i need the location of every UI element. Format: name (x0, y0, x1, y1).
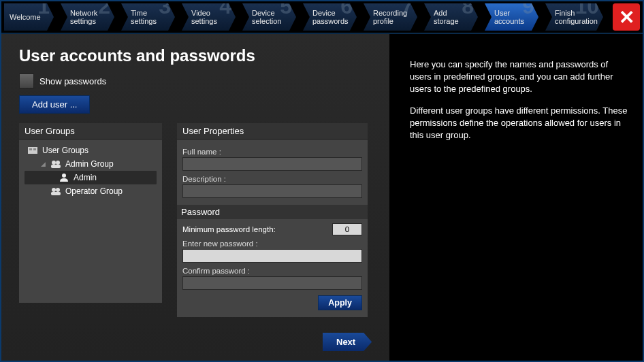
tree-root[interactable]: User Groups (25, 144, 157, 157)
svg-point-7 (52, 188, 56, 192)
tree-admin-user[interactable]: Admin (25, 171, 157, 184)
wizard-step-8[interactable]: 8Addstorage (424, 3, 478, 31)
svg-rect-9 (51, 192, 61, 195)
confirm-password-input[interactable] (182, 276, 362, 290)
wizard-step-9[interactable]: 9Useraccounts (485, 3, 538, 31)
users-group-icon (50, 186, 61, 196)
close-button[interactable]: ✕ (613, 3, 640, 31)
help-paragraph-2: Different user groups have different per… (410, 105, 628, 142)
wizard-steps-bar: 1Welcome 2Networksettings 3Timesettings … (1, 1, 643, 34)
user-icon (59, 173, 69, 182)
wizard-step-5[interactable]: 5Deviceselection (242, 3, 296, 31)
show-passwords-row: Show passwords (19, 73, 380, 88)
show-passwords-checkbox[interactable] (19, 73, 34, 88)
user-groups-panel: User Groups User Groups ◢ (19, 123, 162, 317)
show-passwords-label: Show passwords (39, 76, 106, 86)
wizard-step-1[interactable]: 1Welcome (4, 3, 54, 31)
user-groups-header: User Groups (19, 123, 162, 139)
confirm-password-label: Confirm password : (182, 267, 362, 275)
left-panel: User accounts and passwords Show passwor… (1, 34, 389, 361)
page-title: User accounts and passwords (19, 46, 380, 65)
add-user-button[interactable]: Add user ... (19, 95, 90, 114)
user-groups-tree: User Groups ◢ Admin Group (25, 144, 157, 198)
wizard-step-10[interactable]: 10Finishconfiguration (545, 3, 603, 31)
apply-button[interactable]: Apply (318, 295, 362, 310)
wizard-step-3[interactable]: 3Timesettings (121, 3, 175, 31)
description-label: Description : (182, 175, 362, 183)
close-icon: ✕ (619, 6, 634, 29)
user-properties-panel: User Properties Full name : Description … (177, 123, 368, 317)
svg-rect-5 (51, 165, 61, 168)
help-panel: Here you can specify the names and passw… (389, 34, 643, 361)
description-input[interactable] (182, 184, 362, 198)
password-section-header: Password (177, 205, 368, 219)
users-group-icon (50, 159, 61, 169)
min-password-length-label: Minimum password length: (182, 225, 276, 233)
svg-point-8 (56, 188, 60, 192)
full-name-input[interactable] (182, 157, 362, 171)
min-password-length-value: 0 (332, 223, 362, 235)
svg-point-4 (56, 161, 60, 165)
wizard-step-4[interactable]: 4Videosettings (182, 3, 236, 31)
next-button[interactable]: Next (323, 333, 372, 351)
svg-rect-2 (33, 148, 36, 150)
enter-password-input[interactable] (182, 249, 362, 263)
caret-down-icon: ◢ (41, 161, 46, 167)
wizard-step-7[interactable]: 7Recordingprofile (364, 3, 417, 31)
wizard-step-6[interactable]: 6Devicepasswords (303, 3, 357, 31)
help-paragraph-1: Here you can specify the names and passw… (410, 59, 628, 95)
tree-operator-group[interactable]: Operator Group (25, 184, 157, 198)
wizard-step-2[interactable]: 2Networksettings (61, 3, 114, 31)
svg-point-3 (52, 161, 56, 165)
svg-point-6 (62, 174, 66, 178)
svg-rect-1 (29, 148, 32, 150)
full-name-label: Full name : (182, 148, 362, 156)
user-groups-root-icon (27, 146, 38, 155)
user-properties-header: User Properties (177, 123, 368, 139)
tree-admin-group[interactable]: ◢ Admin Group (25, 157, 157, 171)
enter-password-label: Enter new password : (182, 240, 362, 248)
